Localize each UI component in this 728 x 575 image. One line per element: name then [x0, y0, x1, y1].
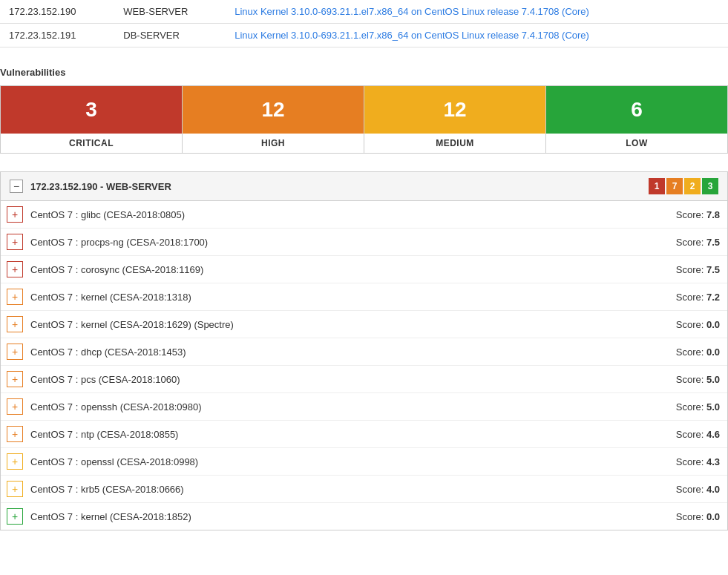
expand-icon[interactable]: + — [7, 426, 23, 442]
vuln-score: Score: 4.6 — [676, 429, 720, 440]
list-item: + CentOS 7 : pcs (CESA-2018:1060) Score:… — [1, 366, 727, 393]
severity-badge: 7 — [666, 178, 683, 194]
expand-icon[interactable]: + — [7, 289, 23, 305]
vuln-card-critical: 3 CRITICAL — [1, 86, 183, 153]
list-item: + CentOS 7 : kernel (CESA-2018:1629) (Sp… — [1, 311, 727, 338]
list-item: + CentOS 7 : corosync (CESA-2018:1169) S… — [1, 256, 727, 283]
vuln-label: CRITICAL — [69, 134, 114, 153]
vuln-score: Score: 7.5 — [676, 237, 720, 248]
vuln-score: Score: 7.8 — [676, 209, 720, 220]
list-item: + CentOS 7 : openssh (CESA-2018:0980) Sc… — [1, 393, 727, 421]
list-item: + CentOS 7 : kernel (CESA-2018:1318) Sco… — [1, 283, 727, 311]
expand-icon[interactable]: + — [7, 398, 23, 415]
vuln-score: Score: 5.0 — [676, 401, 720, 413]
server-header: − 172.23.152.190 - WEB-SERVER 1723 — [1, 172, 727, 201]
vuln-label: CentOS 7 : glibc (CESA-2018:0805) — [30, 209, 676, 220]
vuln-label: MEDIUM — [436, 134, 474, 153]
expand-icon[interactable]: + — [7, 344, 23, 360]
vuln-count: 6 — [546, 86, 727, 134]
list-item: + CentOS 7 : openssl (CESA-2018:0998) Sc… — [1, 448, 727, 476]
server-os: Linux Kernel 3.10.0-693.21.1.el7.x86_64 … — [226, 24, 728, 47]
server-os: Linux Kernel 3.10.0-693.21.1.el7.x86_64 … — [226, 0, 728, 24]
vuln-count: 12 — [364, 86, 545, 134]
server-header-left: − 172.23.152.190 - WEB-SERVER — [10, 180, 171, 193]
severity-badge: 3 — [702, 178, 718, 194]
vuln-label: CentOS 7 : ntp (CESA-2018:0855) — [30, 429, 676, 440]
vuln-score: Score: 0.0 — [676, 511, 720, 522]
expand-icon[interactable]: + — [7, 261, 23, 277]
server-row: 172.23.152.190 WEB-SERVER Linux Kernel 3… — [0, 0, 728, 24]
vuln-label: CentOS 7 : dhcp (CESA-2018:1453) — [30, 346, 676, 358]
vuln-score: Score: 0.0 — [676, 319, 720, 330]
vuln-score: Score: 7.2 — [676, 292, 720, 303]
expand-icon[interactable]: + — [7, 481, 23, 497]
vuln-label: CentOS 7 : openssl (CESA-2018:0998) — [30, 456, 676, 467]
vuln-score: Score: 4.3 — [676, 456, 720, 467]
vuln-card-low: 6 LOW — [546, 86, 727, 153]
vuln-label: CentOS 7 : kernel (CESA-2018:1629) (Spec… — [30, 319, 676, 330]
server-ip: 172.23.152.190 — [0, 0, 114, 24]
vuln-score: Score: 7.5 — [676, 264, 720, 275]
severity-badge: 1 — [649, 178, 665, 194]
expand-icon[interactable]: + — [7, 234, 23, 250]
vuln-label: CentOS 7 : procps-ng (CESA-2018:1700) — [30, 237, 676, 248]
vuln-label: LOW — [626, 134, 648, 153]
vuln-label: CentOS 7 : pcs (CESA-2018:1060) — [30, 374, 676, 385]
list-item: + CentOS 7 : dhcp (CESA-2018:1453) Score… — [1, 338, 727, 366]
vuln-count: 3 — [1, 86, 182, 134]
vuln-label: CentOS 7 : krb5 (CESA-2018:0666) — [30, 484, 676, 495]
list-item: + CentOS 7 : ntp (CESA-2018:0855) Score:… — [1, 421, 727, 448]
list-item: + CentOS 7 : glibc (CESA-2018:0805) Scor… — [1, 201, 727, 229]
expand-icon[interactable]: + — [7, 508, 23, 525]
list-item: + CentOS 7 : krb5 (CESA-2018:0666) Score… — [1, 476, 727, 503]
server-ip: 172.23.152.191 — [0, 24, 114, 47]
list-item: + CentOS 7 : procps-ng (CESA-2018:1700) … — [1, 229, 727, 256]
list-item: + CentOS 7 : kernel (CESA-2018:1852) Sco… — [1, 503, 727, 530]
server-block: − 172.23.152.190 - WEB-SERVER 1723 + Cen… — [0, 171, 728, 530]
vuln-rows-container: + CentOS 7 : glibc (CESA-2018:0805) Scor… — [1, 201, 727, 530]
vuln-count: 12 — [183, 86, 364, 134]
vuln-score: Score: 5.0 — [676, 374, 720, 385]
vuln-card-medium: 12 MEDIUM — [364, 86, 546, 153]
vuln-label: CentOS 7 : openssh (CESA-2018:0980) — [30, 401, 676, 413]
vuln-label: CentOS 7 : kernel (CESA-2018:1318) — [30, 292, 676, 303]
expand-icon[interactable]: + — [7, 316, 23, 332]
vuln-label: CentOS 7 : corosync (CESA-2018:1169) — [30, 264, 676, 275]
vulnerabilities-section: Vulnerabilities 3 CRITICAL 12 HIGH 12 ME… — [0, 61, 728, 161]
expand-icon[interactable]: + — [7, 206, 23, 223]
server-table: 172.23.152.190 WEB-SERVER Linux Kernel 3… — [0, 0, 728, 47]
expand-icon[interactable]: + — [7, 371, 23, 387]
vuln-title: Vulnerabilities — [0, 67, 728, 78]
vuln-cards: 3 CRITICAL 12 HIGH 12 MEDIUM 6 LOW — [0, 85, 728, 154]
severity-badge: 2 — [684, 178, 701, 194]
collapse-button[interactable]: − — [10, 180, 23, 193]
vuln-score: Score: 0.0 — [676, 346, 720, 358]
vuln-label: HIGH — [261, 134, 285, 153]
vuln-score: Score: 4.0 — [676, 484, 720, 495]
server-row: 172.23.152.191 DB-SERVER Linux Kernel 3.… — [0, 24, 728, 47]
server-name: 172.23.152.190 - WEB-SERVER — [30, 181, 171, 192]
badge-group: 1723 — [649, 178, 718, 194]
vuln-card-high: 12 HIGH — [183, 86, 364, 153]
server-type: WEB-SERVER — [114, 0, 226, 24]
expand-icon[interactable]: + — [7, 453, 23, 470]
server-type: DB-SERVER — [114, 24, 226, 47]
vuln-label: CentOS 7 : kernel (CESA-2018:1852) — [30, 511, 676, 522]
